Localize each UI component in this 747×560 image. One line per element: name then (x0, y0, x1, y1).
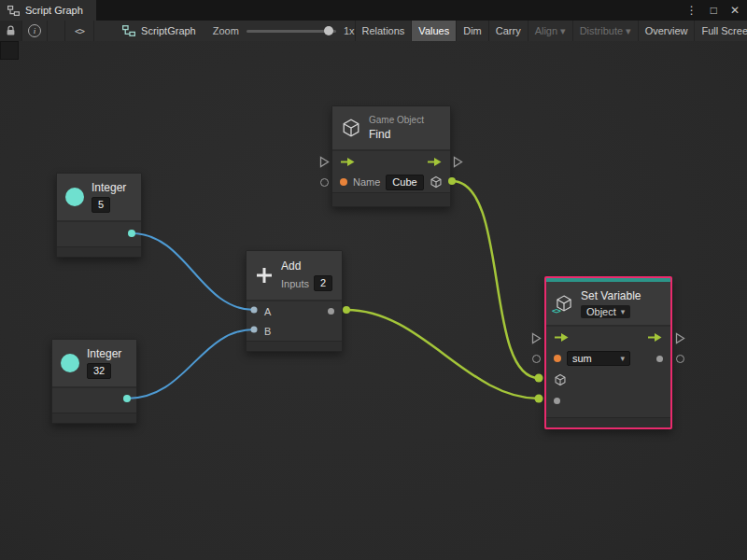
node-category: Game Object (369, 115, 424, 125)
value-in-circle-port[interactable] (532, 355, 541, 363)
zoom-value: 1x (344, 25, 355, 36)
node-integer-b[interactable]: Integer 32 (51, 339, 137, 424)
value-out-port[interactable] (656, 356, 663, 362)
setvariable-value-input-dot[interactable] (535, 395, 543, 403)
zoom-label: Zoom (213, 25, 239, 36)
name-value-field[interactable]: Cube (386, 175, 423, 190)
zoom-slider-handle[interactable] (324, 26, 333, 35)
zoom-group: Zoom 1x (213, 21, 355, 41)
toolbar-button-values[interactable]: Values (411, 21, 456, 41)
flow-out-port[interactable] (647, 332, 663, 343)
name-label: Name (353, 176, 380, 188)
node-add[interactable]: Add Inputs 2 A B (246, 250, 343, 352)
code-icon: <> (552, 306, 560, 315)
wire-integer5-to-add-a[interactable] (132, 233, 254, 310)
flow-out-triangle-port[interactable] (453, 156, 463, 168)
node-integer-a[interactable]: Integer 5 (56, 173, 142, 258)
inputs-label: Inputs (281, 278, 309, 289)
add-result-port[interactable] (328, 308, 334, 315)
plus-icon (255, 266, 274, 285)
graph-name-label: ScriptGraph (141, 25, 196, 36)
flow-out-port[interactable] (427, 157, 443, 167)
canvas-corner-button[interactable] (0, 41, 19, 60)
code-preview-button[interactable]: <> (64, 21, 94, 41)
flow-in-triangle-port[interactable] (319, 156, 330, 168)
gameobject-input-port-icon[interactable] (554, 373, 567, 386)
flow-out-triangle-port[interactable] (675, 332, 685, 344)
graph-toolbar: i <> ScriptGraph Zoom 1x Relat (0, 21, 747, 42)
flow-row (332, 151, 450, 172)
node-set-variable[interactable]: <> Set Variable Object ▾ (544, 276, 672, 429)
script-graph-tab[interactable]: Script Graph (0, 0, 96, 21)
graph-tab-icon (7, 6, 20, 16)
graph-name-group: ScriptGraph (122, 21, 196, 41)
port-row-a: A (247, 301, 342, 321)
node-title: Integer (87, 347, 121, 360)
lock-icon (6, 25, 16, 36)
variable-name-row: sum ▾ (546, 347, 670, 370)
value-out-circle-port[interactable] (676, 355, 684, 363)
node-gameobject-find[interactable]: Game Object Find Name Cube (331, 105, 451, 207)
flow-in-port[interactable] (554, 332, 570, 343)
toolbar-button-relations[interactable]: Relations (355, 21, 412, 41)
toolbar-button-dim[interactable]: Dim (456, 21, 488, 41)
inputs-count-field[interactable]: 2 (314, 275, 332, 291)
port-b-label: B (264, 326, 271, 337)
gameobject-output-port-icon[interactable] (430, 175, 443, 189)
lock-button[interactable] (0, 21, 22, 41)
port-a-label: A (264, 306, 271, 317)
value-in-port[interactable] (554, 398, 560, 404)
wire-add-to-setvariable-value[interactable] (346, 310, 539, 399)
flow-row (546, 327, 670, 347)
add-output-dot[interactable] (343, 306, 350, 314)
node-title: Add (281, 259, 332, 273)
chevron-down-icon: ▾ (620, 354, 625, 363)
variable-scope-dropdown[interactable]: Object ▾ (581, 305, 630, 318)
variable-name-dropdown[interactable]: sum ▾ (567, 351, 630, 366)
port-row-b: B (247, 321, 342, 341)
object-target-row (546, 370, 670, 390)
toolbar-button-align[interactable]: Align▾ (528, 21, 572, 41)
string-port[interactable] (554, 355, 561, 362)
toolbar-button-overview[interactable]: Overview (638, 21, 695, 41)
view-buttons-group: Relations Values Dim Carry Align▾ Distri… (355, 21, 747, 41)
toolbar-button-fullscreen[interactable]: Full Screen (694, 21, 747, 41)
node-title: Set Variable (581, 289, 641, 302)
integer-value-field[interactable]: 5 (92, 197, 110, 213)
chevron-down-icon: ▾ (626, 25, 631, 37)
name-input-row: Name Cube (332, 172, 450, 192)
node-title: Integer (92, 181, 126, 194)
string-port[interactable] (340, 178, 347, 186)
maximize-icon[interactable]: □ (711, 4, 717, 17)
zoom-slider-track (247, 30, 336, 33)
flow-in-port[interactable] (340, 157, 356, 167)
info-button[interactable]: i (22, 21, 48, 41)
integer-value-field[interactable]: 32 (87, 363, 111, 379)
variable-icon: <> (555, 294, 573, 313)
integer-type-icon (61, 354, 79, 372)
wire-find-to-setvariable-object[interactable] (452, 181, 539, 378)
chevron-down-icon: ▾ (621, 307, 626, 316)
code-icon: <> (75, 26, 84, 36)
gameobject-icon (341, 118, 361, 138)
value-input-row (546, 390, 670, 411)
unity-script-graph-window: Script Graph ⋮ □ ✕ i <> (0, 0, 747, 560)
integer-type-icon (65, 188, 84, 206)
title-bar: Script Graph ⋮ □ ✕ (0, 0, 747, 21)
close-icon[interactable]: ✕ (730, 4, 740, 17)
wire-integer32-to-add-b[interactable] (127, 329, 254, 399)
tab-title: Script Graph (25, 5, 83, 16)
value-in-circle-port[interactable] (320, 178, 329, 187)
window-controls: ⋮ □ ✕ (686, 0, 740, 21)
toolbar-button-distribute[interactable]: Distribute▾ (572, 21, 638, 41)
setvariable-object-input-dot[interactable] (535, 374, 543, 383)
window-menu-icon[interactable]: ⋮ (686, 4, 698, 17)
info-icon: i (28, 24, 41, 37)
graph-asset-icon (122, 25, 135, 36)
graph-canvas[interactable]: Integer 5 Integer 32 (0, 41, 747, 560)
flow-in-triangle-port[interactable] (531, 332, 542, 344)
zoom-slider[interactable] (247, 21, 336, 41)
chevron-down-icon: ▾ (560, 25, 566, 37)
toolbar-button-carry[interactable]: Carry (488, 21, 528, 41)
node-title: Find (369, 128, 424, 141)
